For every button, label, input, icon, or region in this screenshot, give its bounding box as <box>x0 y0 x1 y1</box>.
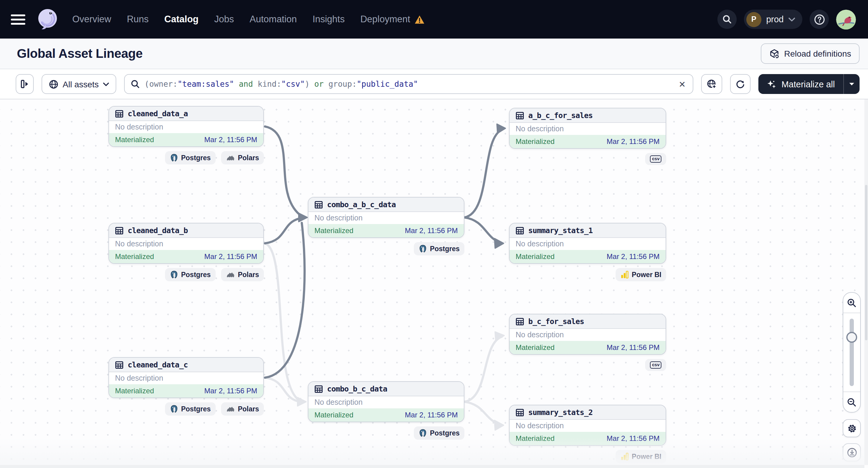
asset-status-bar[interactable]: Materialized Mar 2, 11:56 PM <box>109 133 263 146</box>
asset-node-header[interactable]: summary_stats_1 <box>509 223 665 238</box>
horizontal-scrollbar[interactable] <box>0 465 864 468</box>
nav-item-runs[interactable]: Runs <box>127 14 149 25</box>
tag-polars[interactable]: Polars <box>221 151 264 164</box>
asset-node-combo_b_c_data[interactable]: combo_b_c_data No description Materializ… <box>308 381 464 422</box>
edge-cleaned_data_c-to-combo_a_b_c_data <box>265 223 305 378</box>
tag-label: Polars <box>238 154 259 161</box>
asset-status-bar[interactable]: Materialized Mar 2, 11:56 PM <box>109 384 263 398</box>
edge-cleaned_data_b-to-combo_a_b_c_data <box>265 219 299 243</box>
edge-cleaned_data_b-to-combo_b_c_data <box>265 243 299 400</box>
materialize-options-button[interactable] <box>843 74 860 94</box>
search-query[interactable]: (owner:"team:sales" and kind:"csv") or g… <box>145 80 673 89</box>
asset-status-bar[interactable]: Materialized Mar 2, 11:56 PM <box>509 432 665 445</box>
asset-node-header[interactable]: summary_stats_2 <box>509 405 665 420</box>
nav-item-label: Runs <box>127 14 149 25</box>
nav-item-deployment[interactable]: Deployment <box>360 14 424 25</box>
zoom-slider-track[interactable] <box>849 319 854 386</box>
asset-node-header[interactable]: cleaned_data_a <box>109 106 263 121</box>
tag-postgres[interactable]: Postgres <box>414 242 464 255</box>
table-icon <box>115 361 123 369</box>
asset-status-bar[interactable]: Materialized Mar 2, 11:56 PM <box>308 408 464 422</box>
asset-node-a_b_c_for_sales[interactable]: a_b_c_for_sales No description Materiali… <box>509 108 666 149</box>
lineage-canvas[interactable]: cleaned_data_a No description Materializ… <box>0 99 868 468</box>
powerbi-icon <box>620 271 629 279</box>
user-avatar[interactable] <box>836 9 856 29</box>
zoom-in-button[interactable] <box>843 293 860 313</box>
tag-label: Polars <box>238 405 259 413</box>
open-panel-button[interactable] <box>16 74 34 94</box>
nav-item-overview[interactable]: Overview <box>72 14 111 25</box>
asset-tags-b_c_for_sales: csv <box>509 359 666 371</box>
asset-status-bar[interactable]: Materialized Mar 2, 11:56 PM <box>509 250 665 263</box>
graph-settings-button[interactable] <box>843 419 861 437</box>
asset-scope-dropdown[interactable]: All assets <box>41 74 116 94</box>
table-icon <box>516 111 524 120</box>
tag-label: Postgres <box>181 405 211 413</box>
zoom-control <box>843 292 861 413</box>
materialize-all-label: Materialize all <box>781 79 835 89</box>
asset-status-bar[interactable]: Materialized Mar 2, 11:56 PM <box>308 224 464 237</box>
query-segment: ) <box>305 80 310 89</box>
asset-groups-button[interactable] <box>702 74 722 94</box>
tag-polars[interactable]: Polars <box>221 402 264 415</box>
asset-node-combo_a_b_c_data[interactable]: combo_a_b_c_data No description Material… <box>308 197 464 238</box>
query-segment: "public_data" <box>356 80 418 89</box>
asset-status-bar[interactable]: Materialized Mar 2, 11:56 PM <box>509 341 665 354</box>
asset-node-cleaned_data_c[interactable]: cleaned_data_c No description Materializ… <box>108 357 264 398</box>
asset-description: No description <box>109 238 263 250</box>
table-icon <box>516 408 524 416</box>
search-button[interactable] <box>717 10 737 29</box>
asset-node-header[interactable]: cleaned_data_c <box>109 358 263 372</box>
tag-postgres[interactable]: Postgres <box>165 268 215 281</box>
nav-item-catalog[interactable]: Catalog <box>164 14 199 25</box>
chevron-down-icon <box>103 82 109 86</box>
reload-definitions-button[interactable]: Reload definitions <box>761 43 860 64</box>
asset-node-header[interactable]: combo_b_c_data <box>308 382 464 396</box>
help-button[interactable] <box>810 10 829 29</box>
asset-status-bar[interactable]: Materialized Mar 2, 11:56 PM <box>509 135 665 148</box>
top-nav: OverviewRunsCatalogJobsAutomationInsight… <box>0 0 868 38</box>
zoom-slider-thumb[interactable] <box>846 332 857 343</box>
zoom-out-button[interactable] <box>843 392 860 412</box>
asset-node-header[interactable]: cleaned_data_b <box>109 223 263 238</box>
reload-cube-icon <box>769 49 779 59</box>
tag-powerbi[interactable]: Power BI <box>616 268 666 281</box>
asset-node-header[interactable]: combo_a_b_c_data <box>308 197 464 212</box>
refresh-button[interactable] <box>731 74 751 94</box>
clear-search-icon[interactable]: ✕ <box>677 79 687 89</box>
tag-csv[interactable]: csv <box>645 359 666 371</box>
asset-status-bar[interactable]: Materialized Mar 2, 11:56 PM <box>109 250 263 263</box>
asset-node-summary_stats_2[interactable]: summary_stats_2 No description Materiali… <box>509 405 666 446</box>
nav-item-automation[interactable]: Automation <box>250 14 297 25</box>
asset-search-input[interactable]: (owner:"team:sales" and kind:"csv") or g… <box>124 74 693 94</box>
environment-switcher[interactable]: P prod <box>744 10 802 29</box>
tag-powerbi[interactable]: Power BI <box>616 450 666 463</box>
dagster-logo[interactable] <box>35 7 60 32</box>
zoom-slider[interactable] <box>843 313 860 392</box>
nav-item-label: Jobs <box>214 14 234 25</box>
menu-icon[interactable] <box>11 14 25 24</box>
asset-node-cleaned_data_a[interactable]: cleaned_data_a No description Materializ… <box>108 106 264 147</box>
asset-node-b_c_for_sales[interactable]: b_c_for_sales No description Materialize… <box>509 314 666 355</box>
asset-node-header[interactable]: b_c_for_sales <box>509 314 665 329</box>
tag-polars[interactable]: Polars <box>221 268 264 281</box>
tag-csv[interactable]: csv <box>645 153 666 165</box>
tag-label: Postgres <box>430 430 460 437</box>
tag-postgres[interactable]: Postgres <box>165 402 215 415</box>
tag-postgres[interactable]: Postgres <box>165 151 215 164</box>
materialize-all-button[interactable]: Materialize all <box>759 74 843 94</box>
nav-item-insights[interactable]: Insights <box>313 14 345 25</box>
environment-label: prod <box>766 14 784 24</box>
vertical-scrollbar-thumb[interactable] <box>865 185 867 340</box>
table-icon <box>314 384 323 393</box>
nav-item-jobs[interactable]: Jobs <box>214 14 234 25</box>
polars-icon <box>226 154 235 161</box>
tag-postgres[interactable]: Postgres <box>414 427 464 440</box>
download-image-button[interactable] <box>843 443 861 461</box>
asset-node-summary_stats_1[interactable]: summary_stats_1 No description Materiali… <box>509 223 666 264</box>
warning-icon <box>414 15 425 24</box>
asset-node-cleaned_data_b[interactable]: cleaned_data_b No description Materializ… <box>108 223 264 264</box>
chevron-down-icon <box>788 17 795 21</box>
asset-node-header[interactable]: a_b_c_for_sales <box>509 108 665 123</box>
vertical-scrollbar[interactable] <box>864 99 868 465</box>
